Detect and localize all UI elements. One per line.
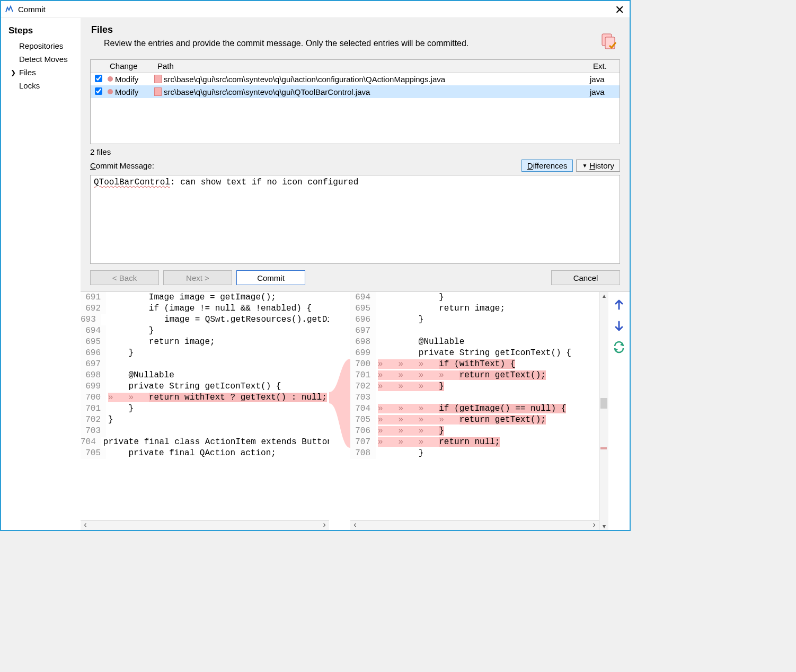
code-line: 697 xyxy=(81,359,329,370)
code-line: 698 @Nullable xyxy=(350,337,599,348)
scroll-down-icon[interactable]: ▾ xyxy=(599,523,608,530)
code-line: 703 xyxy=(350,392,599,403)
code-line: 705 private final QAction action; xyxy=(81,448,329,459)
code-line: 694 } xyxy=(81,325,329,337)
code-line: 694 } xyxy=(350,292,599,303)
code-line: 692 if (image != null && !enabled) { xyxy=(81,303,329,314)
page-header: Files Review the entries and provide the… xyxy=(81,18,630,56)
code-line: 705» » » » return getText(); xyxy=(350,414,599,426)
diff-nav-icons xyxy=(608,292,630,530)
app-icon xyxy=(5,5,14,14)
file-summary: 2 files xyxy=(81,144,630,157)
code-line: 707» » » return null; xyxy=(350,437,599,448)
sync-scroll-icon[interactable] xyxy=(613,341,625,353)
diff-left-pane[interactable]: 691 Image image = getImage();692 if (ima… xyxy=(81,292,329,530)
code-line: 700» » » if (withText) { xyxy=(350,359,599,370)
code-line: 695 return image; xyxy=(350,303,599,314)
commit-message-label: Commit Message: xyxy=(90,161,521,170)
page-title: Files xyxy=(91,24,595,36)
next-change-icon[interactable] xyxy=(613,320,625,332)
file-table-header: Change Path Ext. xyxy=(91,60,620,73)
diff-viewer: 691 Image image = getImage();692 if (ima… xyxy=(81,291,630,530)
scroll-left-icon[interactable]: ‹ xyxy=(81,520,90,530)
code-line: 693 image = QSwt.getResources().getDis xyxy=(81,314,329,325)
commit-button[interactable]: Commit xyxy=(236,270,305,285)
code-line: 700» » return withText ? getText() : nul… xyxy=(81,392,329,403)
code-line: 701 } xyxy=(81,403,329,414)
diff-connector xyxy=(329,292,350,530)
vertical-scrollbar[interactable]: ▴ ▾ xyxy=(599,292,608,530)
modify-dot-icon xyxy=(108,76,113,82)
diff-right-pane[interactable]: 694 }695 return image;696 }697698 @Nulla… xyxy=(350,292,599,530)
file-icon xyxy=(154,75,162,83)
code-line: 704» » » if (getImage() == null) { xyxy=(350,403,599,414)
code-line: 703 xyxy=(81,426,329,437)
code-line: 701» » » » return getText(); xyxy=(350,370,599,381)
code-line: 696 } xyxy=(350,314,599,325)
file-table: Change Path Ext. Modify src\base\q\gui\s… xyxy=(90,59,620,144)
modify-dot-icon xyxy=(108,89,113,94)
history-button[interactable]: ▼History xyxy=(576,160,620,172)
cancel-button[interactable]: Cancel xyxy=(551,270,620,285)
back-button[interactable]: < Back xyxy=(90,270,159,285)
file-checkbox[interactable] xyxy=(95,75,102,82)
titlebar: Commit ✕ xyxy=(1,1,630,18)
window-title: Commit xyxy=(18,5,46,14)
dropdown-icon: ▼ xyxy=(582,163,587,169)
code-line: 702» » » } xyxy=(350,381,599,392)
steps-sidebar: Steps Repositories Detect Moves Files Lo… xyxy=(1,18,81,530)
step-detect-moves[interactable]: Detect Moves xyxy=(8,52,81,66)
code-line: 699 private String getIconText() { xyxy=(350,348,599,359)
prev-change-icon[interactable] xyxy=(613,298,625,311)
file-icon xyxy=(154,87,162,96)
code-line: 691 Image image = getImage(); xyxy=(81,292,329,303)
scroll-left-icon[interactable]: ‹ xyxy=(350,520,360,530)
scroll-right-icon[interactable]: › xyxy=(320,520,329,530)
differences-button[interactable]: Differences xyxy=(521,160,573,172)
steps-heading: Steps xyxy=(8,25,81,36)
code-line: 697 xyxy=(350,325,599,337)
next-button[interactable]: Next > xyxy=(163,270,232,285)
close-icon[interactable]: ✕ xyxy=(615,3,624,17)
scroll-right-icon[interactable]: › xyxy=(589,520,599,530)
code-line: 696 } xyxy=(81,348,329,359)
code-line: 695 return image; xyxy=(81,337,329,348)
col-ext[interactable]: Ext. xyxy=(590,60,620,72)
commit-message-input[interactable]: QToolBarControl: can show text if no ico… xyxy=(90,175,620,264)
code-line: 698 @Nullable xyxy=(81,370,329,381)
step-repositories[interactable]: Repositories xyxy=(8,39,81,52)
code-line: 704private final class ActionItem extend… xyxy=(81,437,329,448)
code-line: 702} xyxy=(81,414,329,426)
file-row[interactable]: Modify src\base\q\gui\src\com\syntevo\q\… xyxy=(91,73,620,85)
file-checkbox[interactable] xyxy=(95,87,102,95)
file-row[interactable]: Modify src\base\q\gui\src\com\syntevo\q\… xyxy=(91,85,620,98)
page-subtitle: Review the entries and provide the commi… xyxy=(91,39,595,48)
code-line: 706» » » } xyxy=(350,426,599,437)
col-path[interactable]: Path xyxy=(154,60,590,72)
step-files[interactable]: Files xyxy=(8,66,81,79)
col-change[interactable]: Change xyxy=(107,60,154,72)
commit-badge-icon xyxy=(600,33,619,52)
step-locks[interactable]: Locks xyxy=(8,79,81,92)
code-line: 699 private String getIconText() { xyxy=(81,381,329,392)
code-line: 708 } xyxy=(350,448,599,459)
